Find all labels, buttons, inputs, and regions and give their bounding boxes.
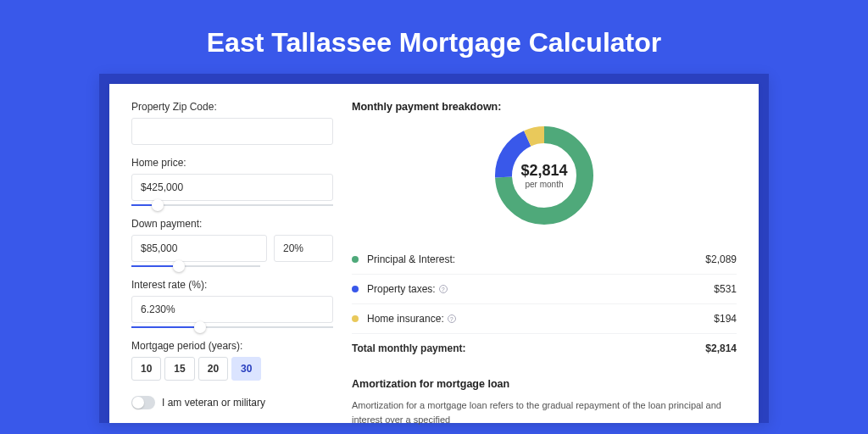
period-block: Mortgage period (years): 10 15 20 30 (131, 340, 333, 381)
donut-wrap: $2,814 per month (352, 125, 737, 226)
period-btn-20[interactable]: 20 (198, 357, 228, 381)
form-panel: Property Zip Code: Home price: Down paym… (131, 101, 333, 423)
breakdown-panel: Monthly payment breakdown: $2,814 per mo… (352, 101, 737, 423)
breakdown-title: Monthly payment breakdown: (352, 101, 737, 113)
veteran-toggle[interactable] (131, 396, 155, 409)
home-price-slider[interactable] (131, 204, 333, 206)
interest-label: Interest rate (%): (131, 279, 333, 291)
down-payment-block: Down payment: (131, 218, 333, 267)
veteran-row: I am veteran or military (131, 396, 333, 409)
zip-label: Property Zip Code: (131, 101, 333, 113)
legend-value: $2,089 (705, 253, 737, 265)
legend-row-taxes: Property taxes: ? $531 (352, 275, 737, 304)
amortization-body: Amortization for a mortgage loan refers … (352, 398, 737, 426)
period-btn-15[interactable]: 15 (164, 357, 194, 381)
period-btn-30[interactable]: 30 (231, 357, 261, 381)
interest-slider[interactable] (131, 326, 333, 328)
amortization-title: Amortization for mortgage loan (352, 378, 737, 390)
info-icon[interactable]: ? (448, 314, 456, 323)
period-btn-10[interactable]: 10 (131, 357, 161, 381)
down-payment-slider[interactable] (131, 265, 260, 267)
legend-row-principal: Principal & Interest: $2,089 (352, 245, 737, 275)
veteran-label: I am veteran or military (162, 397, 265, 409)
dot-icon (352, 256, 359, 263)
dot-icon (352, 315, 359, 322)
info-icon[interactable]: ? (439, 285, 448, 293)
home-price-input[interactable] (131, 174, 333, 201)
down-payment-input[interactable] (131, 235, 267, 262)
legend-row-insurance: Home insurance: ? $194 (352, 304, 737, 334)
legend-value: $194 (714, 313, 737, 325)
home-price-block: Home price: (131, 157, 333, 206)
interest-input[interactable] (131, 296, 333, 323)
home-price-label: Home price: (131, 157, 333, 169)
calculator-outer: Property Zip Code: Home price: Down paym… (99, 74, 769, 423)
zip-input[interactable] (131, 118, 333, 145)
zip-field-block: Property Zip Code: (131, 101, 333, 145)
calculator-card: Property Zip Code: Home price: Down paym… (109, 84, 759, 423)
slider-thumb[interactable] (173, 260, 185, 272)
total-value: $2,814 (705, 342, 737, 354)
donut-sub: per month (525, 180, 563, 189)
donut-amount: $2,814 (520, 162, 567, 180)
period-buttons: 10 15 20 30 (131, 357, 333, 381)
page-title: East Tallassee Mortgage Calculator (0, 0, 868, 74)
legend-label: Principal & Interest: (367, 253, 705, 265)
down-payment-pct-input[interactable] (274, 235, 333, 262)
legend-value: $531 (714, 283, 737, 295)
toggle-knob (132, 397, 144, 409)
period-label: Mortgage period (years): (131, 340, 333, 352)
donut-center: $2,814 per month (493, 125, 595, 226)
donut-chart: $2,814 per month (493, 125, 595, 226)
down-payment-label: Down payment: (131, 218, 333, 230)
legend-row-total: Total monthly payment: $2,814 (352, 334, 737, 363)
dot-icon (352, 286, 359, 292)
slider-thumb[interactable] (152, 199, 164, 211)
slider-thumb[interactable] (194, 321, 206, 333)
legend-label: Property taxes: ? (367, 283, 714, 295)
legend-label: Home insurance: ? (367, 313, 714, 325)
total-label: Total monthly payment: (352, 342, 705, 354)
interest-block: Interest rate (%): (131, 279, 333, 328)
